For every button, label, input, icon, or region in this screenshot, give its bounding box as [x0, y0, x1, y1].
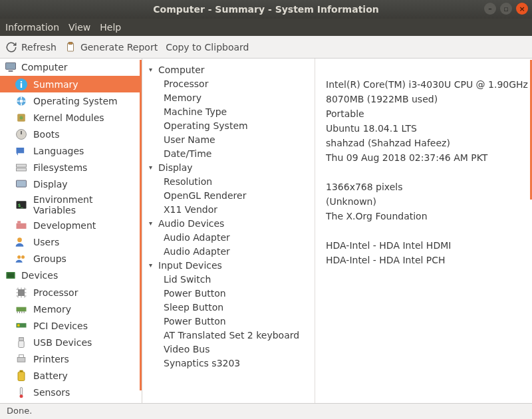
svg-rect-14 — [17, 180, 27, 187]
sidebar-item-sensors[interactable]: Sensors — [0, 384, 142, 400]
summary-key: Audio Adapter — [142, 230, 315, 244]
value-column: Intel(R) Core(TM) i3-4030U CPU @ 1.90GHz… — [315, 59, 532, 403]
summary-value — [326, 311, 532, 326]
memory-icon — [15, 303, 28, 316]
summary-value — [326, 326, 532, 341]
group-title: Display — [158, 162, 193, 173]
dev-icon — [15, 219, 28, 232]
summary-group-display[interactable]: ▾Display — [142, 160, 315, 174]
summary-key: Lid Switch — [142, 272, 315, 286]
sidebar-group-devices[interactable]: Devices — [0, 267, 142, 284]
menubar: Information View Help — [0, 19, 532, 36]
svg-rect-32 — [18, 372, 25, 380]
summary-key: Processor — [142, 76, 315, 90]
sidebar-item-processor[interactable]: Processor — [0, 284, 142, 301]
summary-key: Sleep Button — [142, 300, 315, 314]
sidebar-item-input-devices[interactable]: Input Devices — [0, 400, 142, 403]
svg-rect-29 — [19, 341, 24, 347]
svg-rect-12 — [17, 164, 27, 167]
sidebar-item-label: Display — [33, 179, 68, 190]
summary-value: Ubuntu 18.04.1 LTS — [326, 121, 532, 136]
display-icon — [15, 178, 28, 191]
copy-clipboard-button[interactable]: Copy to Clipboard — [166, 42, 249, 53]
summary-value: 1366x768 pixels — [326, 180, 532, 194]
sidebar-item-pci-devices[interactable]: PCI Devices — [0, 317, 142, 334]
sidebar-item-users[interactable]: Users — [0, 233, 142, 250]
svg-rect-11 — [17, 148, 25, 153]
sidebar-item-label: Operating System — [33, 96, 118, 106]
group-title: Computer — [158, 65, 205, 75]
window-title: Computer - Summary - System Information — [153, 4, 378, 15]
os-icon — [15, 94, 28, 108]
sidebar-item-groups[interactable]: Groups — [0, 250, 142, 267]
summary-key: Synaptics s3203 — [142, 356, 315, 370]
sidebar-item-battery[interactable]: Battery — [0, 367, 142, 384]
refresh-icon — [5, 41, 17, 53]
sidebar-item-label: Kernel Modules — [33, 112, 104, 123]
sidebar-item-label: Processor — [33, 287, 78, 298]
summary-key: Audio Adapter — [142, 244, 315, 258]
toolbar: Refresh Generate Report Copy to Clipboar… — [0, 36, 532, 59]
sidebar[interactable]: ComputeriSummaryOperating SystemKernel M… — [0, 59, 142, 403]
sidebar-group-label: Devices — [21, 270, 58, 281]
summary-value — [326, 282, 532, 297]
group-title: Input Devices — [158, 260, 222, 271]
close-button[interactable]: × — [516, 3, 528, 15]
sidebar-item-development[interactable]: Development — [0, 217, 142, 233]
summary-key: Video Bus — [142, 342, 315, 356]
sidebar-group-label: Computer — [21, 62, 68, 72]
summary-value — [326, 341, 532, 355]
sidebar-group-computer[interactable]: Computer — [0, 59, 142, 76]
summary-value: HDA-Intel - HDA Intel HDMI — [326, 238, 532, 253]
minimize-button[interactable]: – — [484, 3, 496, 15]
expand-triangle-icon: ▾ — [149, 219, 156, 227]
sidebar-item-environment-variables[interactable]: $_Environment Variables — [0, 192, 142, 217]
svg-rect-17 — [17, 223, 27, 228]
sidebar-item-filesystems[interactable]: Filesystems — [0, 159, 142, 176]
summary-key: Date/Time — [142, 146, 315, 160]
summary-group-audio-devices[interactable]: ▾Audio Devices — [142, 216, 315, 230]
statusbar: Done. — [0, 403, 532, 419]
titlebar: Computer - Summary - System Information … — [0, 0, 532, 19]
group-title: Audio Devices — [158, 218, 224, 229]
summary-group-computer[interactable]: ▾Computer — [142, 63, 315, 76]
svg-rect-31 — [19, 354, 24, 357]
sidebar-item-summary[interactable]: iSummary — [0, 76, 142, 92]
summary-value: Thu 09 Aug 2018 02:37:46 AM PKT — [326, 150, 532, 165]
sidebar-item-label: PCI Devices — [33, 321, 88, 331]
menu-view[interactable]: View — [68, 22, 90, 33]
svg-point-35 — [20, 394, 23, 398]
sidebar-item-label: Battery — [33, 370, 68, 381]
filesystems-icon — [15, 161, 28, 174]
sidebar-item-display[interactable]: Display — [0, 176, 142, 192]
summary-key: OpenGL Renderer — [142, 188, 315, 202]
generate-report-button[interactable]: Generate Report — [65, 41, 158, 53]
refresh-button[interactable]: Refresh — [5, 41, 57, 53]
sidebar-item-usb-devices[interactable]: USB Devices — [0, 334, 142, 350]
sidebar-item-printers[interactable]: Printers — [0, 350, 142, 367]
sidebar-item-label: Printers — [33, 354, 69, 364]
svg-point-7 — [20, 99, 23, 102]
summary-group-input-devices[interactable]: ▾Input Devices — [142, 258, 315, 272]
sidebar-item-kernel-modules[interactable]: Kernel Modules — [0, 109, 142, 126]
sidebar-item-languages[interactable]: Languages — [0, 142, 142, 159]
sidebar-item-boots[interactable]: Boots — [0, 126, 142, 142]
sidebar-item-label: Users — [33, 237, 59, 247]
sidebar-item-memory[interactable]: Memory — [0, 301, 142, 317]
summary-key: Operating System — [142, 118, 315, 132]
summary-key: User Name — [142, 132, 315, 146]
sidebar-item-label: USB Devices — [33, 337, 92, 348]
sensors-icon — [15, 386, 28, 399]
summary-value — [326, 355, 532, 370]
sidebar-item-operating-system[interactable]: Operating System — [0, 92, 142, 109]
summary-value: (Unknown) — [326, 194, 532, 209]
menu-information[interactable]: Information — [5, 22, 59, 33]
svg-rect-18 — [17, 221, 21, 223]
kernel-icon — [15, 111, 28, 124]
svg-rect-34 — [20, 387, 22, 395]
summary-value: Portable — [326, 106, 532, 121]
summary-key: AT Translated Set 2 keyboard — [142, 328, 315, 342]
maximize-button[interactable]: ▫ — [500, 3, 512, 15]
menu-help[interactable]: Help — [100, 22, 121, 33]
sidebar-item-label: Boots — [33, 129, 60, 140]
